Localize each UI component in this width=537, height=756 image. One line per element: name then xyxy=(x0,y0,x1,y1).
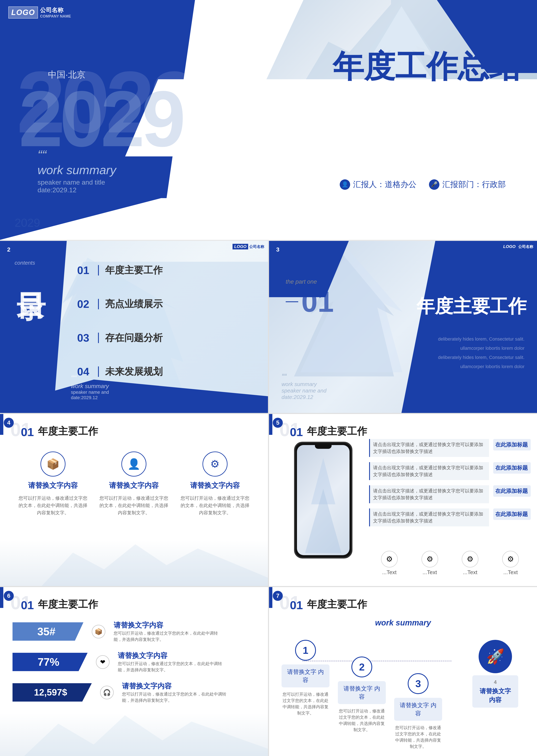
reporter-label: 汇报人：道格办公 xyxy=(353,179,416,190)
icon-circle-2: ⚙ xyxy=(422,551,438,567)
slide6-stat-rows: 35# 📦 请替换文字内容 您可以打开运动，修改通过文字您的文本，在此处中调转能… xyxy=(0,616,268,708)
slide3-logo-text: 公司名称 xyxy=(518,244,533,249)
slide3-title: 年度主要工作 xyxy=(416,295,526,317)
item1-num: 01 xyxy=(77,264,92,276)
item2-text: 亮点业绩展示 xyxy=(105,298,163,311)
icon-text-4: ...Text xyxy=(503,569,517,576)
item4-text: 未来发展规划 xyxy=(105,365,163,378)
year-watermark: 2029 xyxy=(15,216,40,230)
slide3-part-cover: 3 LOGO 公司名称 the part one 01 年度主要工作 delib… xyxy=(269,241,537,413)
s7-num-fg: 01 xyxy=(290,599,303,611)
stat1-text: 请替换文字内容 您可以打开运动，修改通过文字您的文本，在此处中调转能，并选择内容… xyxy=(114,620,218,643)
date-text: date:2029.12 xyxy=(38,186,116,194)
step3-label: 请替换文字 内容 xyxy=(394,698,442,721)
slide5-icons-row: ⚙ ...Text ⚙ ...Text ⚙ ...Text ⚙ ...Text xyxy=(369,551,531,576)
part-num-row: 01 xyxy=(286,287,334,316)
card3-icon: ⚙ xyxy=(202,451,227,477)
part-line xyxy=(286,301,298,302)
slide2-logo-box: LOGO xyxy=(232,244,248,249)
stat3-desc: 您可以打开运动，修改通过文字您的文本，在此处中调转能，并选择内容复制文字。 xyxy=(122,691,226,703)
icon-circle-1: ⚙ xyxy=(381,551,398,567)
toc-item-3: 03 存在问题分析 xyxy=(71,327,260,349)
logo: LOGO 公司名称 COMPANY NAME xyxy=(8,6,71,19)
icon-circle-4: ⚙ xyxy=(502,551,519,567)
slide6-mountain xyxy=(0,713,268,756)
icon-item-4: ⚙ ...Text xyxy=(502,551,519,576)
rocket-label: 请替换文字 内容 xyxy=(476,687,515,704)
list-item-3: 请点击出现文字描述，或更通过替换文字您可以要添加文字插话也添加替换文字描述 在此… xyxy=(369,485,531,503)
reporter-icon: 👤 xyxy=(340,179,350,190)
stat2-desc: 您可以打开运动，修改通过文字您的文本，在此处中调转能，并选择内容复制文字。 xyxy=(118,660,222,673)
slide7-blue-bar xyxy=(269,587,272,608)
stat2-triangle: 77% xyxy=(13,653,88,671)
slide6-num: 6 xyxy=(4,591,14,601)
slide2-bottom-quote: ““ work summary speaker name and date:20… xyxy=(71,373,109,400)
item2-line xyxy=(98,299,99,309)
slide7-path-area: 1 请替换文字 内容 您可以打开运动，修改通过文字您的文本，在此处中调转能，共选… xyxy=(281,634,524,742)
part-num: 01 xyxy=(301,287,334,316)
step2-desc: 您可以打开运动，修改通过文字您的文本，在此处中调转能，共选择内容复制文字。 xyxy=(338,708,386,733)
icon-text-2: ...Text xyxy=(423,569,437,576)
step-4-rocket: 🚀 4 请替换文字 内容 xyxy=(472,640,518,708)
step1-circle: 1 xyxy=(295,640,316,661)
card1-icon: 📦 xyxy=(40,451,65,477)
card2-label: 请替换文字内容 xyxy=(109,481,159,490)
step-1: 1 请替换文字 内容 您可以打开运动，修改通过文字您的文本，在此处中调转能，共选… xyxy=(281,640,329,716)
svg-marker-7 xyxy=(42,544,268,586)
card-2: 👤 请替换文字内容 您可以打开运动，修改通过文字您的文本，在此处中调转能，共选择… xyxy=(98,451,170,517)
stat2-text: 请替换文字内容 您可以打开运动，修改通过文字您的文本，在此处中调转能，并选择内容… xyxy=(118,651,222,673)
svg-marker-10 xyxy=(21,715,268,756)
slide3-num: 3 xyxy=(273,245,283,255)
stat2-title: 请替换文字内容 xyxy=(118,651,222,660)
step3-desc: 您可以打开运动，修改通过文字您的文本，在此处中调转能，共选择内容复制文字。 xyxy=(394,725,442,749)
stat3-icon: 🎧 xyxy=(100,686,114,699)
slide1-cover: LOGO 公司名称 COMPANY NAME 中国·北京 2029 2029 年… xyxy=(0,0,537,240)
toc-item-1: 01 年度主要工作 xyxy=(71,260,260,281)
icon-circle-3: ⚙ xyxy=(462,551,478,567)
slide4-mountain xyxy=(0,540,268,586)
s4-title: 年度主要工作 xyxy=(38,425,98,438)
list-item-2: 请点击出现文字描述，或更通过替换文字您可以要添加文字插话也添加替换文字描述 在此… xyxy=(369,462,531,480)
slide5-num: 5 xyxy=(273,418,283,428)
card1-label: 请替换文字内容 xyxy=(28,481,78,490)
slide6-header: 01 01 年度主要工作 xyxy=(0,587,268,616)
slides-grid: 2 LOGO 公司名称 contents 目录 01 年度主要工作 02 亮点业… xyxy=(0,241,537,756)
card1-desc: 您可以打开运动，修改通过文字您的文本，在此处中调转能，共选择内容复制文字。 xyxy=(17,494,89,517)
slide4-header: 01 01 年度主要工作 xyxy=(0,414,268,443)
slide4-blue-bar xyxy=(0,414,3,435)
s2-speaker: speaker name and xyxy=(71,390,109,395)
location-text: 中国·北京 xyxy=(48,69,86,80)
stat2-icon: ❤ xyxy=(96,655,109,669)
s7-title: 年度主要工作 xyxy=(307,598,367,611)
logo-company: 公司名称 COMPANY NAME xyxy=(40,6,71,19)
slide7-header: 01 01 年度主要工作 xyxy=(269,587,537,616)
slide2-logo-text: 公司名称 xyxy=(249,244,264,249)
slide5-content: 请点击出现文字描述，或更通过替换文字您可以要添加文字插话也添加替换文字描述 在此… xyxy=(369,439,531,531)
add-label-2: 在此添加标题 xyxy=(493,462,531,474)
dept-label: 汇报部门：行政部 xyxy=(442,179,506,190)
s3-date: date:2029.12 xyxy=(281,394,326,400)
step-3: 3 请替换文字 内容 您可以打开运动，修改通过文字您的文本，在此处中调转能，共选… xyxy=(394,673,442,749)
stat-row-1: 35# 📦 请替换文字内容 您可以打开运动，修改通过文字您的文本，在此处中调转能… xyxy=(13,620,256,643)
card-3: ⚙ 请替换文字内容 您可以打开运动，修改通过文字您的文本，在此处中调转能，共选择… xyxy=(179,451,251,517)
desc-2: ullamcorper lobortis lorem dolor xyxy=(438,344,524,353)
list-text-2: 请点击出现文字描述，或更通过替换文字您可以要添加文字插话也添加替换文字描述 xyxy=(369,462,489,480)
toc-item-2: 02 亮点业绩展示 xyxy=(71,293,260,315)
reporter-info: 👤 汇报人：道格办公 🎤 汇报部门：行政部 xyxy=(340,179,506,190)
slide6-blue-bar xyxy=(0,587,3,608)
item3-num: 03 xyxy=(77,332,92,344)
card-1: 📦 请替换文字内容 您可以打开运动，修改通过文字您的文本，在此处中调转能，共选择… xyxy=(17,451,89,517)
steps-container: 1 请替换文字 内容 您可以打开运动，修改通过文字您的文本，在此处中调转能，共选… xyxy=(281,634,524,749)
dept-icon: 🎤 xyxy=(429,179,439,190)
step1-label: 请替换文字 内容 xyxy=(281,664,329,688)
step2-circle: 2 xyxy=(351,656,372,677)
list-text-4: 请点击出现文字描述，或更通过替换文字您可以要添加文字插话也添加替换文字描述 xyxy=(369,508,489,526)
add-label-1: 在此添加标题 xyxy=(493,439,531,450)
s4-num-fg: 01 xyxy=(21,426,34,438)
step-2: 2 请替换文字 内容 您可以打开运动，修改通过文字您的文本，在此处中调转能，共选… xyxy=(338,656,386,733)
stat-row-2: 77% ❤ 请替换文字内容 您可以打开运动，修改通过文字您的文本，在此处中调转能… xyxy=(13,651,256,673)
slide7-num: 7 xyxy=(273,591,283,601)
slide7-ws-label: work summary xyxy=(269,618,537,627)
list-text-3: 请点击出现文字描述，或更通过替换文字您可以要添加文字插话也添加替换文字描述 xyxy=(369,485,489,503)
slide3-desc: deliberately hides lorem, Consectetur sa… xyxy=(438,335,524,371)
